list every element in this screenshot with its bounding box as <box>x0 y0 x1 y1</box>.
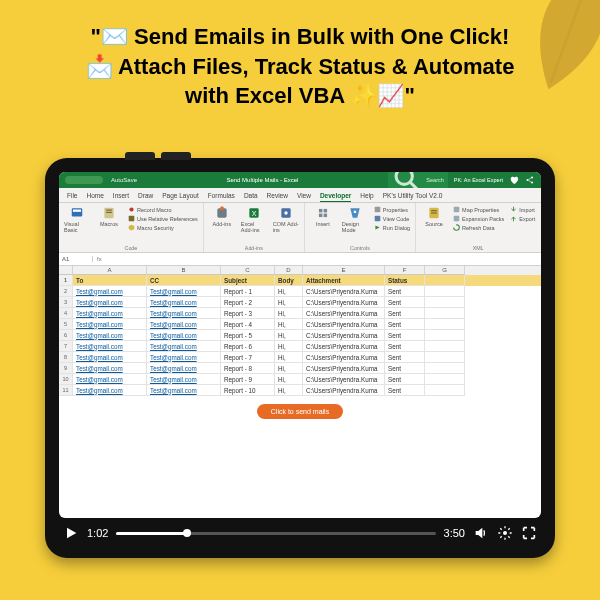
cell[interactable]: Test@gmail.com <box>147 330 221 341</box>
cell[interactable]: C:\Users\Priyendra.Kuma <box>303 308 385 319</box>
cell[interactable]: C:\Users\Priyendra.Kuma <box>303 286 385 297</box>
cell[interactable] <box>425 374 465 385</box>
cell[interactable]: Report - 5 <box>221 330 275 341</box>
view-code-button[interactable]: View Code <box>374 215 410 222</box>
volume-icon[interactable] <box>473 525 489 541</box>
header-cell[interactable]: Status <box>385 275 425 286</box>
com-addins-button[interactable]: COM Add-ins <box>273 206 299 233</box>
cell[interactable]: Test@gmail.com <box>147 319 221 330</box>
cell[interactable]: Test@gmail.com <box>147 374 221 385</box>
cell[interactable]: Test@gmail.com <box>73 374 147 385</box>
cell[interactable]: Hi, <box>275 385 303 396</box>
cell[interactable]: Sent <box>385 363 425 374</box>
cell[interactable]: Sent <box>385 286 425 297</box>
column-header[interactable]: D <box>275 266 303 275</box>
cell[interactable]: Hi, <box>275 308 303 319</box>
cell[interactable]: Test@gmail.com <box>73 352 147 363</box>
autosave-toggle[interactable] <box>65 176 103 184</box>
cell[interactable] <box>425 341 465 352</box>
fullscreen-icon[interactable] <box>521 525 537 541</box>
cell[interactable]: Report - 7 <box>221 352 275 363</box>
cell[interactable]: Test@gmail.com <box>73 330 147 341</box>
header-cell[interactable]: Attachment <box>303 275 385 286</box>
column-header[interactable]: E <box>303 266 385 275</box>
cell[interactable]: Report - 10 <box>221 385 275 396</box>
import-button[interactable]: Import <box>510 206 535 213</box>
column-header[interactable] <box>59 266 73 275</box>
tab-page-layout[interactable]: Page Layout <box>162 190 199 202</box>
tab-formulas[interactable]: Formulas <box>208 190 235 202</box>
header-cell[interactable]: 1 <box>59 275 73 286</box>
run-dialog-button[interactable]: Run Dialog <box>374 224 410 231</box>
cell[interactable]: Report - 1 <box>221 286 275 297</box>
tab-data[interactable]: Data <box>244 190 258 202</box>
cell[interactable]: Test@gmail.com <box>147 352 221 363</box>
design-mode-button[interactable]: Design Mode <box>342 206 368 233</box>
cell[interactable]: Sent <box>385 385 425 396</box>
expansion-packs-button[interactable]: Expansion Packs <box>453 215 504 222</box>
cell[interactable]: 3 <box>59 297 73 308</box>
cell[interactable]: Test@gmail.com <box>73 341 147 352</box>
column-header[interactable]: F <box>385 266 425 275</box>
header-cell[interactable]: Body <box>275 275 303 286</box>
tab-review[interactable]: Review <box>267 190 288 202</box>
macro-security-button[interactable]: Macro Security <box>128 224 198 231</box>
cell[interactable]: Test@gmail.com <box>73 308 147 319</box>
relative-refs-button[interactable]: Use Relative References <box>128 215 198 222</box>
tab-pk-s-utility-tool-v2-0[interactable]: PK's Utility Tool V2.0 <box>383 190 443 202</box>
cell[interactable] <box>425 330 465 341</box>
spreadsheet-grid[interactable]: ABCDEFG 1ToCCSubjectBodyAttachmentStatus… <box>59 266 541 518</box>
share-icon[interactable] <box>525 175 535 185</box>
cell[interactable]: Report - 9 <box>221 374 275 385</box>
properties-button[interactable]: Properties <box>374 206 410 213</box>
cell[interactable]: Test@gmail.com <box>147 297 221 308</box>
visual-basic-button[interactable]: Visual Basic <box>64 206 90 233</box>
cell[interactable]: Report - 3 <box>221 308 275 319</box>
column-header[interactable]: B <box>147 266 221 275</box>
play-icon[interactable] <box>63 525 79 541</box>
tab-file[interactable]: File <box>67 190 77 202</box>
cell[interactable]: Report - 8 <box>221 363 275 374</box>
cell[interactable]: Test@gmail.com <box>73 297 147 308</box>
cell[interactable]: Sent <box>385 341 425 352</box>
cell[interactable]: Sent <box>385 319 425 330</box>
cell[interactable]: Sent <box>385 330 425 341</box>
cell[interactable] <box>425 297 465 308</box>
cell[interactable]: Hi, <box>275 352 303 363</box>
tab-home[interactable]: Home <box>86 190 103 202</box>
heart-icon[interactable] <box>509 175 519 185</box>
cell[interactable]: C:\Users\Priyendra.Kuma <box>303 297 385 308</box>
map-properties-button[interactable]: Map Properties <box>453 206 504 213</box>
cell[interactable]: Test@gmail.com <box>147 363 221 374</box>
column-header[interactable]: C <box>221 266 275 275</box>
cell[interactable]: Report - 4 <box>221 319 275 330</box>
cell[interactable] <box>425 319 465 330</box>
seek-bar[interactable] <box>116 532 435 535</box>
cell[interactable]: C:\Users\Priyendra.Kuma <box>303 363 385 374</box>
send-mails-button[interactable]: Click to send mails <box>257 404 343 419</box>
cell[interactable] <box>425 385 465 396</box>
excel-addins-button[interactable]: XExcel Add-ins <box>241 206 267 233</box>
cell[interactable]: Test@gmail.com <box>147 385 221 396</box>
cell[interactable]: Test@gmail.com <box>147 341 221 352</box>
cell[interactable]: C:\Users\Priyendra.Kuma <box>303 341 385 352</box>
cell[interactable]: 11 <box>59 385 73 396</box>
cell[interactable]: Sent <box>385 308 425 319</box>
macros-button[interactable]: Macros <box>96 206 122 227</box>
cell[interactable]: C:\Users\Priyendra.Kuma <box>303 374 385 385</box>
cell[interactable] <box>425 352 465 363</box>
tab-insert[interactable]: Insert <box>113 190 129 202</box>
header-cell[interactable] <box>425 275 465 286</box>
cell[interactable]: 8 <box>59 352 73 363</box>
cell[interactable]: Test@gmail.com <box>147 308 221 319</box>
cell[interactable]: Test@gmail.com <box>147 286 221 297</box>
tab-draw[interactable]: Draw <box>138 190 153 202</box>
settings-icon[interactable] <box>497 525 513 541</box>
insert-control-button[interactable]: Insert <box>310 206 336 227</box>
header-cell[interactable]: Subject <box>221 275 275 286</box>
tab-help[interactable]: Help <box>360 190 373 202</box>
cell[interactable]: C:\Users\Priyendra.Kuma <box>303 319 385 330</box>
cell[interactable]: 2 <box>59 286 73 297</box>
column-header[interactable]: G <box>425 266 465 275</box>
cell[interactable]: Sent <box>385 297 425 308</box>
